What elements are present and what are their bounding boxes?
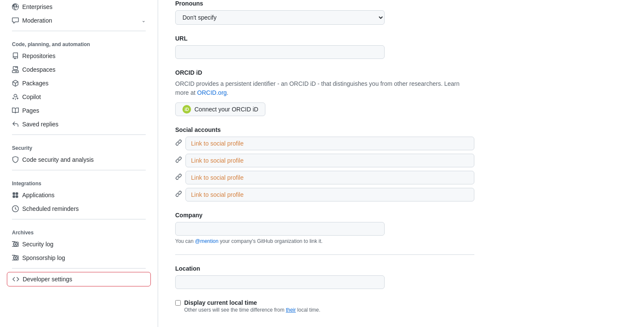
social-account-row-1 <box>175 137 474 150</box>
display-time-description: Other users will see the time difference… <box>184 307 321 313</box>
link-icon-3 <box>175 173 182 182</box>
comment-icon <box>12 17 19 24</box>
sidebar-item-copilot-label: Copilot <box>22 93 146 100</box>
section-label-code: Code, planning, and automation <box>7 35 151 49</box>
social-account-row-4 <box>175 188 474 201</box>
mention-text: @mention <box>195 238 218 244</box>
book-icon <box>12 53 19 59</box>
sidebar-item-code-security-label: Code security and analysis <box>22 156 146 163</box>
copilot-icon <box>12 93 19 100</box>
display-time-section: Display current local time Other users w… <box>175 299 474 313</box>
section-label-security: Security <box>7 138 151 153</box>
main-content: Pronouns Don't specify they/them she/her… <box>158 0 491 327</box>
sidebar-item-sponsorship-log[interactable]: Sponsorship log <box>7 251 151 265</box>
pages-icon <box>12 107 19 114</box>
sidebar-item-security-log-label: Security log <box>22 241 146 248</box>
social-accounts-heading: Social accounts <box>175 126 474 133</box>
section-label-archives: Archives <box>7 223 151 237</box>
social-account-row-3 <box>175 171 474 184</box>
sidebar-item-developer-settings-label: Developer settings <box>23 276 145 283</box>
reply-icon <box>12 121 19 128</box>
social-input-2[interactable] <box>185 154 474 167</box>
sidebar-item-pages-label: Pages <box>22 107 146 114</box>
apps-icon <box>12 192 19 199</box>
sidebar-item-enterprises[interactable]: Enterprises <box>7 0 151 14</box>
section-label-integrations: Integrations <box>7 174 151 188</box>
sidebar-item-developer-settings[interactable]: Developer settings <box>7 272 151 286</box>
company-section: Company You can @mention your company's … <box>175 212 474 244</box>
location-label: Location <box>175 265 474 272</box>
sidebar-item-moderation[interactable]: Moderation ⌄ <box>7 14 151 27</box>
orcid-description: ORCID provides a persistent identifier -… <box>175 79 474 97</box>
package-icon <box>12 80 19 87</box>
social-input-1[interactable] <box>185 137 474 150</box>
sidebar-item-sponsorship-log-label: Sponsorship log <box>22 254 146 261</box>
sidebar-item-code-security[interactable]: Code security and analysis <box>7 153 151 166</box>
social-input-3[interactable] <box>185 171 474 184</box>
sidebar-item-copilot[interactable]: Copilot <box>7 90 151 104</box>
connect-orcid-button[interactable]: iD Connect your ORCID iD <box>175 102 265 116</box>
sidebar-item-codespaces-label: Codespaces <box>22 66 146 73</box>
pronouns-select[interactable]: Don't specify they/them she/her he/him <box>175 10 385 25</box>
sidebar-item-security-log[interactable]: Security log <box>7 237 151 251</box>
company-divider <box>175 254 474 255</box>
display-time-row: Display current local time Other users w… <box>175 299 474 313</box>
sidebar-item-applications-label: Applications <box>22 192 146 199</box>
log-icon-sponsorship <box>12 254 19 261</box>
sidebar-item-repositories-label: Repositories <box>22 53 146 59</box>
log-icon-security <box>12 241 19 248</box>
sidebar-item-moderation-label: Moderation <box>22 17 138 24</box>
sidebar-item-applications[interactable]: Applications <box>7 188 151 202</box>
orcid-org-link[interactable]: ORCID.org <box>197 89 226 96</box>
orcid-heading: ORCID iD <box>175 69 474 76</box>
url-section: URL <box>175 35 474 59</box>
sidebar-item-codespaces[interactable]: Codespaces <box>7 63 151 76</box>
divider-3 <box>12 170 146 170</box>
sidebar-item-scheduled-reminders-label: Scheduled reminders <box>22 205 146 212</box>
link-icon-4 <box>175 190 182 199</box>
sidebar-item-packages[interactable]: Packages <box>7 76 151 90</box>
social-account-row-2 <box>175 154 474 167</box>
company-input[interactable] <box>175 222 385 236</box>
divider-5 <box>12 268 146 269</box>
sidebar-item-packages-label: Packages <box>22 80 146 87</box>
sidebar: Enterprises Moderation ⌄ Code, planning,… <box>0 0 158 327</box>
company-label: Company <box>175 212 474 219</box>
display-time-label[interactable]: Display current local time <box>184 299 257 306</box>
shield-icon <box>12 156 19 163</box>
pronouns-section: Pronouns Don't specify they/them she/her… <box>175 0 474 25</box>
company-helper-text: You can @mention your company's GitHub o… <box>175 238 474 244</box>
orcid-logo: iD <box>182 105 191 114</box>
connect-orcid-label: Connect your ORCID iD <box>194 106 258 113</box>
url-label: URL <box>175 35 474 42</box>
sidebar-item-saved-replies-label: Saved replies <box>22 121 146 128</box>
sidebar-item-enterprises-label: Enterprises <box>22 3 146 10</box>
pronouns-label: Pronouns <box>175 0 474 7</box>
url-input[interactable] <box>175 45 385 59</box>
link-icon-2 <box>175 156 182 165</box>
divider-1 <box>12 31 146 31</box>
link-icon-1 <box>175 139 182 148</box>
sidebar-item-repositories[interactable]: Repositories <box>7 49 151 63</box>
globe-icon <box>12 3 19 10</box>
social-input-4[interactable] <box>185 188 474 201</box>
display-time-label-group: Display current local time Other users w… <box>184 299 321 313</box>
codespaces-icon <box>12 66 19 73</box>
code-icon <box>12 276 19 283</box>
display-time-checkbox[interactable] <box>175 300 181 306</box>
sidebar-item-saved-replies[interactable]: Saved replies <box>7 117 151 131</box>
sidebar-item-scheduled-reminders[interactable]: Scheduled reminders <box>7 202 151 216</box>
social-accounts-section: Social accounts <box>175 126 474 201</box>
sidebar-item-pages[interactable]: Pages <box>7 104 151 117</box>
location-section: Location <box>175 265 474 289</box>
location-input[interactable] <box>175 275 385 289</box>
chevron-down-icon: ⌄ <box>141 18 146 23</box>
clock-icon <box>12 205 19 212</box>
orcid-section: ORCID iD ORCID provides a persistent ide… <box>175 69 474 116</box>
divider-4 <box>12 219 146 219</box>
their-link[interactable]: their <box>286 307 296 313</box>
divider-2 <box>12 134 146 135</box>
